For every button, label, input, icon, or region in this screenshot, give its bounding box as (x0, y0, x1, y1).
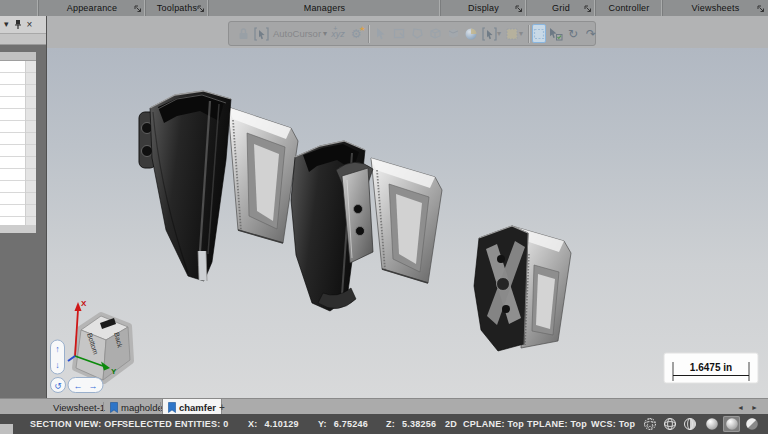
tab-chamfer-active[interactable]: chamfer (162, 399, 222, 415)
selected-entities-status: SELECTED ENTITIES: 0 (122, 414, 229, 434)
lock-icon[interactable] (234, 24, 252, 44)
coord-x: X:4.10129 (248, 414, 299, 434)
resize-corner (0, 424, 13, 434)
chevron-down-icon: ▾ (323, 29, 327, 38)
coord-y: Y:6.75246 (318, 414, 368, 434)
ribbon-tab-viewsheets[interactable]: Viewsheets (663, 0, 768, 16)
toolbar-separator (528, 25, 529, 43)
chevron-down-icon: ▾ (519, 29, 523, 38)
tab-scroll-right-icon[interactable]: ► (751, 399, 758, 415)
section-view-status: SECTION VIEW: OFF (30, 414, 123, 434)
tab-magholder[interactable]: magholder (105, 399, 171, 415)
model-magholder-middle (291, 141, 442, 311)
mastercam-window: Appearance Toolpaths Managers Display Gr… (0, 0, 768, 434)
dialog-launcher-icon[interactable] (515, 5, 523, 13)
select-all-icon[interactable]: ▾ (480, 24, 503, 44)
wcs-selector[interactable]: WCS: Top (591, 414, 635, 434)
tab-viewsheet-1[interactable]: Viewsheet-1 (48, 399, 110, 415)
tab-label: chamfer (179, 402, 216, 413)
scale-ruler-label: 1.6475 in (690, 362, 732, 373)
translucent-icon[interactable] (743, 416, 760, 432)
ribbon-tab-controller[interactable]: Controller (596, 0, 663, 16)
viewport-canvas[interactable]: Bottom Back X Y ↑ ↓ (47, 48, 768, 398)
toolbar-separator (368, 25, 369, 43)
select-solid-face-icon[interactable] (444, 24, 462, 44)
add-viewsheet-button[interactable]: + (219, 399, 225, 415)
dialog-launcher-icon[interactable] (757, 5, 765, 13)
operations-list-rows (0, 61, 36, 225)
ribbon-tab-grid[interactable]: Grid (527, 0, 596, 16)
shaded-selected-icon[interactable] (723, 416, 740, 432)
dialog-launcher-icon[interactable] (584, 5, 592, 13)
tab-separator (160, 402, 161, 412)
select-grid-icon[interactable]: ▾ (503, 24, 525, 44)
fast-point-icon[interactable]: +xyz (329, 24, 347, 44)
rotate-view-icon[interactable]: ↻ (564, 24, 582, 44)
scale-ruler: 1.6475 in (664, 353, 758, 383)
select-arrow-icon[interactable] (372, 24, 390, 44)
model-magholder-left (139, 91, 298, 281)
ribbon-tab-label: Toolpaths (157, 3, 197, 13)
pin-icon[interactable] (14, 19, 22, 30)
tab-separator (103, 402, 104, 412)
arrow-right-icon[interactable]: → (89, 381, 98, 391)
dynamic-rotate-icon[interactable]: ↷ (582, 24, 600, 44)
arrow-left-icon[interactable]: ← (74, 381, 83, 391)
axis-y-label: Y (111, 367, 117, 376)
wireframe-icon[interactable] (641, 416, 658, 432)
ribbon-tab-managers[interactable]: Managers (209, 0, 441, 16)
coord-x-value: 4.10129 (265, 419, 299, 429)
ribbon-spacer (0, 0, 39, 16)
coord-z-value: 5.38256 (402, 419, 436, 429)
tplane-selector[interactable]: TPLANE: Top (527, 414, 587, 434)
selection-active-icon[interactable] (532, 24, 546, 43)
arrow-up-icon[interactable]: ↑ (55, 344, 60, 354)
selection-toolbar: AutoCursor ▾ +xyz ⚙★ (228, 21, 596, 46)
ribbon-tab-label: Viewsheets (692, 3, 740, 13)
tab-scroll-left-icon[interactable]: ◄ (737, 399, 744, 415)
chevron-down-icon: ▾ (497, 29, 501, 38)
rotate-icon[interactable]: ↺ (54, 381, 62, 391)
cplane-selector[interactable]: CPLANE: Top (463, 414, 524, 434)
arrow-down-icon[interactable]: ↓ (55, 360, 60, 370)
operations-list-header (0, 52, 36, 61)
view-cube-gizmo[interactable]: Bottom Back X Y (68, 299, 131, 381)
axis-x-label: X (81, 299, 87, 308)
outline-shaded-icon[interactable] (681, 416, 698, 432)
operations-list-column (25, 61, 36, 225)
viewsheet-icon (110, 402, 118, 413)
autocursor-icon[interactable] (252, 24, 270, 44)
select-sphere-icon[interactable] (462, 24, 480, 44)
viewsheet-tab-bar: Viewsheet-1 magholder chamfer + ◄ ► (0, 398, 768, 414)
model-magholder-right (474, 226, 571, 351)
select-window-icon[interactable] (390, 24, 408, 44)
ribbon-tab-label: Managers (304, 3, 346, 13)
end-selection-icon[interactable] (546, 24, 564, 44)
dialog-launcher-icon[interactable] (197, 5, 205, 13)
panel-header: ▾ × (0, 16, 46, 34)
operations-list-footer (0, 225, 36, 233)
chevron-down-icon[interactable]: ▾ (4, 20, 9, 29)
toolpaths-manager-panel[interactable]: ▾ × (0, 16, 47, 398)
autocursor-button[interactable]: AutoCursor ▾ (270, 24, 329, 44)
wireframe-half-icon[interactable] (661, 416, 678, 432)
ribbon-tab-label: Display (468, 3, 499, 13)
select-solid-body-icon[interactable] (426, 24, 444, 44)
coord-y-value: 6.75246 (334, 419, 368, 429)
ribbon-tab-toolpaths[interactable]: Toolpaths (146, 0, 209, 16)
ribbon-tab-label: Grid (552, 3, 570, 13)
ribbon-tab-strip: Appearance Toolpaths Managers Display Gr… (0, 0, 768, 16)
autocursor-settings-icon[interactable]: ⚙★ (347, 24, 365, 44)
panel-toolbar (0, 34, 46, 45)
dimension-mode-toggle[interactable]: 2D (445, 414, 457, 434)
ribbon-tab-appearance[interactable]: Appearance (39, 0, 146, 16)
ribbon-tab-display[interactable]: Display (441, 0, 527, 16)
status-bar: SECTION VIEW: OFF SELECTED ENTITIES: 0 X… (0, 414, 768, 434)
tab-label: Viewsheet-1 (53, 402, 105, 413)
select-polygon-icon[interactable] (408, 24, 426, 44)
coord-z: Z:5.38256 (386, 414, 436, 434)
close-icon[interactable]: × (27, 20, 33, 30)
dialog-launcher-icon[interactable] (134, 5, 142, 13)
operations-list[interactable] (0, 52, 36, 233)
shaded-icon[interactable] (703, 416, 720, 432)
